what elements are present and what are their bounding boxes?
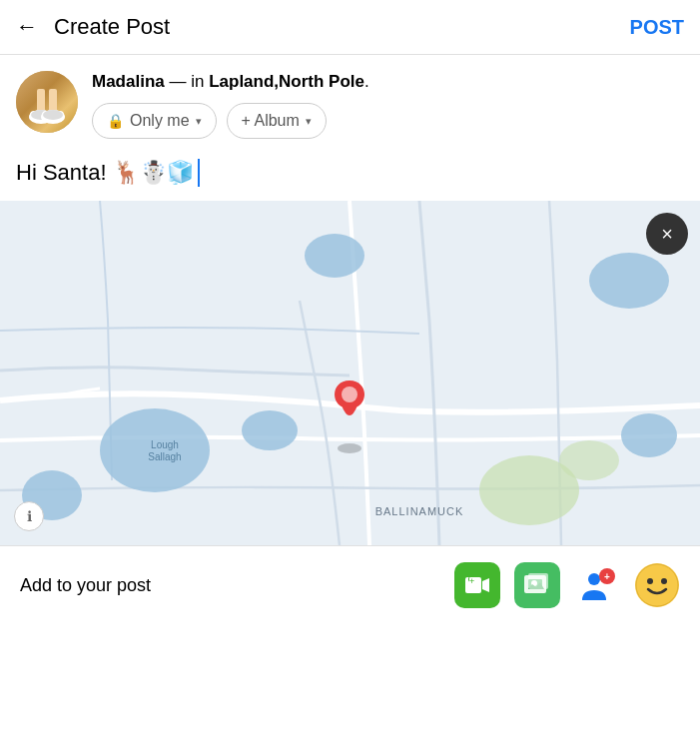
post-button[interactable]: POST [630,16,684,39]
svg-point-37 [636,564,678,606]
add-photo-button[interactable] [514,562,560,608]
svg-point-18 [559,440,619,480]
album-label: + Album [242,112,300,130]
user-location: Lapland,North Pole [209,72,364,91]
separator: — in [165,72,209,91]
user-name: Madalina [92,72,165,91]
close-icon: × [661,224,673,244]
svg-text:Sallagh: Sallagh [148,451,181,462]
album-button[interactable]: + Album ▾ [227,103,327,139]
map-container: Lough Sallagh BALLINAMUCK [0,201,700,545]
post-text-area[interactable]: Hi Santa! 🦌☃️🧊 [0,149,700,201]
avatar [16,71,78,133]
action-buttons: 🔒 Only me ▾ + Album ▾ [92,103,369,139]
svg-point-38 [647,578,653,584]
map-svg: Lough Sallagh BALLINAMUCK [0,201,700,545]
back-button[interactable]: ← [16,14,38,40]
svg-point-16 [621,413,677,457]
header: ← Create Post POST [0,0,700,55]
user-row: Madalina — in Lapland,North Pole. 🔒 Only… [0,55,700,149]
svg-point-10 [589,253,669,309]
svg-point-15 [242,410,298,450]
svg-text:BALLINAMUCK: BALLINAMUCK [375,505,464,517]
add-to-post-label: Add to your post [20,575,151,596]
header-left: ← Create Post [16,14,170,40]
privacy-chevron-icon: ▾ [196,115,202,128]
svg-point-33 [588,573,600,585]
info-icon: ℹ [27,508,32,524]
svg-point-9 [305,234,364,278]
add-video-button[interactable]: + [454,562,500,608]
svg-text:Lough: Lough [151,439,179,450]
bottom-bar: Add to your post + [0,545,700,624]
lock-icon: 🔒 [107,113,124,129]
user-info: Madalina — in Lapland,North Pole. 🔒 Only… [92,71,369,139]
text-cursor [198,159,200,187]
svg-point-11 [100,408,210,492]
svg-point-19 [338,443,361,453]
album-chevron-icon: ▾ [306,115,312,128]
bottom-icons: + + [454,562,680,608]
page-title: Create Post [54,14,170,40]
privacy-button[interactable]: 🔒 Only me ▾ [92,103,217,139]
svg-marker-23 [482,578,489,592]
privacy-label: Only me [130,112,190,130]
svg-text:+: + [604,571,610,582]
svg-point-39 [661,578,667,584]
post-content: Hi Santa! 🦌☃️🧊 [16,160,194,186]
map-close-button[interactable]: × [646,213,688,255]
user-name-line: Madalina — in Lapland,North Pole. [92,71,369,93]
svg-rect-31 [528,573,548,589]
tag-people-button[interactable]: + [574,562,620,608]
svg-text:+: + [469,576,474,586]
add-emoji-button[interactable] [634,562,680,608]
svg-point-32 [575,563,619,607]
svg-point-20 [342,386,357,402]
location-suffix: . [364,72,369,91]
map-info-button[interactable]: ℹ [14,501,44,531]
svg-point-7 [43,110,63,120]
